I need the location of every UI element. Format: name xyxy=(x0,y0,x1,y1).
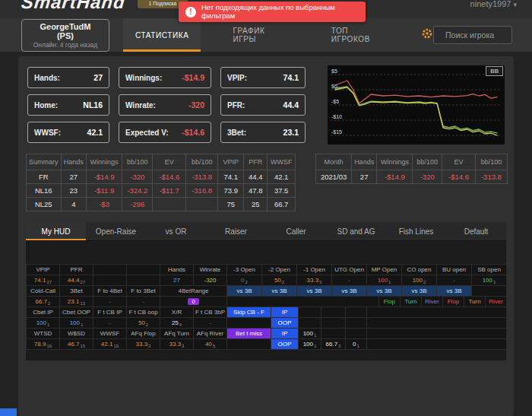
hud-cell-x-r[interactable]: X/R xyxy=(160,307,194,318)
hud-cell-2-open[interactable]: -2 Open xyxy=(262,265,297,275)
tab-график-игры[interactable]: ГРАФИК ИГРЫ xyxy=(220,18,299,52)
hud-cell-100[interactable]: 1001 xyxy=(367,275,402,286)
hud-cell-flop[interactable]: Flop xyxy=(443,297,464,307)
hud-cell-[interactable]: - xyxy=(93,318,127,329)
hud-cell-sb-open[interactable]: SB open xyxy=(472,265,507,275)
hud-cell-wwsf[interactable]: WWSF xyxy=(93,329,127,339)
hud-cell-100[interactable]: 1002 xyxy=(402,275,437,286)
search-input[interactable] xyxy=(445,30,505,40)
hud-cell-66-7[interactable]: 66.72 xyxy=(27,297,60,307)
hud-tab-sd-and-ag[interactable]: SD and AG xyxy=(326,222,386,240)
hud-cell-46-7[interactable]: 46.715 xyxy=(60,339,93,350)
player-search[interactable] xyxy=(433,26,512,44)
hud-cell-0[interactable]: 02 xyxy=(227,275,262,286)
hud-cell-ip[interactable]: IP xyxy=(271,329,299,339)
hud-tab-raiser[interactable]: Raiser xyxy=(206,222,266,240)
bb-toggle[interactable]: BB xyxy=(486,66,503,76)
hud-cell-42-1[interactable]: 42.119 xyxy=(93,339,127,350)
hud-cell-winrate[interactable]: Winrate xyxy=(194,265,227,275)
hud-cell-oop[interactable]: OOP xyxy=(271,339,299,350)
hud-cell-river[interactable]: River xyxy=(422,297,443,307)
hud-cell-100[interactable]: 1001 xyxy=(60,318,93,329)
hud-cell-f-to-3bet[interactable]: F to 3Bet xyxy=(127,286,160,297)
hud-cell-turn[interactable]: Turn xyxy=(401,297,422,307)
hud-cell-0[interactable]: 0 xyxy=(160,297,227,307)
hud-cell-f-to-4bet[interactable]: F to 4Bet xyxy=(93,286,127,297)
hud-tab-default[interactable]: Default xyxy=(446,222,506,240)
hud-cell-vs-3b[interactable]: vs 3B xyxy=(297,286,332,297)
hud-tab-my-hud[interactable]: My HUD xyxy=(26,222,86,240)
hud-cell-vs-3b[interactable]: vs 3B xyxy=(402,286,437,297)
hud-cell-33-3[interactable]: 33.33 xyxy=(160,339,194,350)
player-selector[interactable]: GeorgeTudM (PS) Онлайн: 4 года назад xyxy=(21,19,109,52)
tab-топ-игроков[interactable]: ТОП ИГРОКОВ xyxy=(319,18,398,52)
hud-cell-vs-3b[interactable]: vs 3B xyxy=(437,286,472,297)
hud-cell-vpip[interactable]: VPIP xyxy=(27,265,60,275)
hud-cell-66-7[interactable]: 66.73 xyxy=(321,339,346,350)
hud-cell-[interactable]: - xyxy=(437,275,472,286)
hud-tab-fish-lines[interactable]: Fish Lines xyxy=(386,222,446,240)
hud-cell-[interactable]: - xyxy=(194,318,227,329)
hud-cell-100[interactable]: 1001 xyxy=(27,318,60,329)
hud-cell-[interactable]: - xyxy=(332,275,367,286)
hud-cell-bu-open[interactable]: BU open xyxy=(437,265,472,275)
hud-cell-oop[interactable]: OOP xyxy=(271,318,299,329)
hud-cell-flop[interactable]: Flop xyxy=(379,297,401,307)
hud-cell-afq-river[interactable]: AFq River xyxy=(194,329,227,339)
hud-cell-f-t-cb-oop[interactable]: F t CB oop xyxy=(127,307,160,318)
hud-tab-vs-or[interactable]: vs OR xyxy=(146,222,206,240)
hud-cell-100[interactable]: 1001 xyxy=(472,275,507,286)
hud-cell-25[interactable]: 254 xyxy=(160,318,194,329)
hud-cell-mp-open[interactable]: MP Open xyxy=(367,265,402,275)
hud-tab-caller[interactable]: Caller xyxy=(266,222,326,240)
hud-cell-vs-3b[interactable]: vs 3B xyxy=(262,286,297,297)
hud-cell-1-open[interactable]: -1 Open xyxy=(297,265,332,275)
hud-cell-afq-flop[interactable]: AFq Flop xyxy=(127,329,160,339)
hud-cell-[interactable]: - xyxy=(127,297,160,307)
hud-cell-f-t-cb-ip[interactable]: F t CB IP xyxy=(93,307,127,318)
hud-cell-skip-cb-f[interactable]: Skip CB - F xyxy=(227,307,271,318)
hud-cell-cbet-oop[interactable]: Cbet OOP xyxy=(60,307,93,318)
hud-cell-320[interactable]: -320 xyxy=(194,275,227,286)
hud-cell-100[interactable]: 1001 xyxy=(299,339,321,350)
hud-cell-50[interactable]: 502 xyxy=(127,318,160,329)
hud-cell-33-3[interactable]: 33.33 xyxy=(127,339,160,350)
hud-cell-23-1[interactable]: 23.113 xyxy=(60,297,93,307)
hud-cell-4betrange[interactable]: 4BetRange xyxy=(160,286,227,297)
hud-cell-74-1[interactable]: 74.127 xyxy=(27,275,60,286)
hud-cell-cold-call[interactable]: Cold-Call xyxy=(27,286,60,297)
hud-cell-100[interactable]: 1001 xyxy=(299,329,321,339)
hud-cell-hands[interactable]: Hands xyxy=(160,265,194,275)
hud-cell-turn[interactable]: Turn xyxy=(464,297,486,307)
hud-cell-vs-3b[interactable]: vs 3B xyxy=(367,286,402,297)
settings-button[interactable] xyxy=(421,27,433,43)
hud-cell-co-open[interactable]: CO open xyxy=(402,265,437,275)
hud-cell-50[interactable]: 502 xyxy=(262,275,297,286)
hud-cell-0[interactable]: 01 xyxy=(346,339,367,350)
tab-статистика[interactable]: СТАТИСТИКА xyxy=(123,18,201,52)
hud-cell-bet-t-miss[interactable]: Bet t miss xyxy=(227,329,271,339)
hud-cell-ip[interactable]: IP xyxy=(271,307,299,318)
hud-cell-3-open[interactable]: -3 Open xyxy=(227,265,262,275)
hud-cell-cbet-ip[interactable]: Cbet IP xyxy=(27,307,60,318)
hud-cell-wtsd[interactable]: WTSD xyxy=(27,329,60,339)
hud-tab-open-raise[interactable]: Open-Raise xyxy=(86,222,146,240)
hud-cell-3bet[interactable]: 3Bet xyxy=(60,286,93,297)
hud-cell-27[interactable]: 27 xyxy=(160,275,194,286)
hud-cell-w$sd[interactable]: W$SD xyxy=(60,329,93,339)
hud-cell-40[interactable]: 405 xyxy=(194,339,227,350)
hud-cell-utg-open[interactable]: UTG Open xyxy=(332,265,367,275)
hud-cell-pfr[interactable]: PFR xyxy=(60,265,93,275)
stat-box-pfr: PFR:44.4 xyxy=(220,94,306,116)
hud-cell-afq-turn[interactable]: AFq Turn xyxy=(160,329,194,339)
hud-cell-44-4[interactable]: 44.427 xyxy=(60,275,93,286)
table-cell: 74.1 xyxy=(218,170,244,184)
hud-cell-river[interactable]: River xyxy=(486,297,507,307)
user-menu[interactable]: ninety1997 ▾ xyxy=(470,0,517,8)
hud-cell-vs-3b[interactable]: vs 3B xyxy=(332,286,367,297)
hud-cell-vs-3b[interactable]: vs 3B xyxy=(227,286,262,297)
hud-cell-f-t-cb-3bp[interactable]: F t CB 3bP xyxy=(194,307,227,318)
hud-cell-78-9[interactable]: 78.919 xyxy=(27,339,60,350)
hud-cell-33-3[interactable]: 33.33 xyxy=(297,275,332,286)
hud-cell-[interactable]: - xyxy=(93,297,127,307)
